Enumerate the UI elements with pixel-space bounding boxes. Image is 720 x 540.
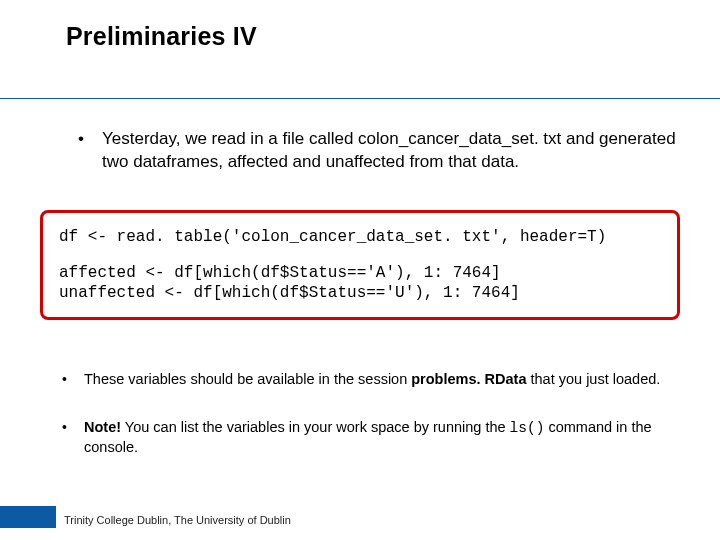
bullet-session-bold: problems. RData (411, 371, 526, 387)
code-line-3: unaffected <- df[which(df$Status=='U'), … (59, 283, 661, 303)
bullet-note-mid: You can list the variables in your work … (121, 419, 510, 435)
slide: Preliminaries IV Yesterday, we read in a… (0, 0, 720, 540)
title-divider (0, 98, 720, 99)
code-line-1: df <- read. table('colon_cancer_data_set… (59, 227, 661, 247)
bullet-session-pre: These variables should be available in t… (84, 371, 411, 387)
bullet-note-label: Note! (84, 419, 121, 435)
bullet-session-post: that you just loaded. (527, 371, 661, 387)
intro-bullet: Yesterday, we read in a file called colo… (70, 128, 680, 174)
footer-accent-bar (0, 506, 56, 528)
code-line-2: affected <- df[which(df$Status=='A'), 1:… (59, 263, 661, 283)
bullet-note: Note! You can list the variables in your… (52, 418, 680, 458)
intro-block: Yesterday, we read in a file called colo… (70, 128, 680, 174)
bullet-note-cmd: ls() (510, 420, 545, 436)
page-title: Preliminaries IV (0, 0, 720, 51)
footer-text: Trinity College Dublin, The University o… (64, 514, 291, 526)
bullet-session: These variables should be available in t… (52, 370, 680, 390)
code-gap (59, 247, 661, 263)
lower-block: These variables should be available in t… (52, 370, 680, 486)
code-box: df <- read. table('colon_cancer_data_set… (40, 210, 680, 320)
